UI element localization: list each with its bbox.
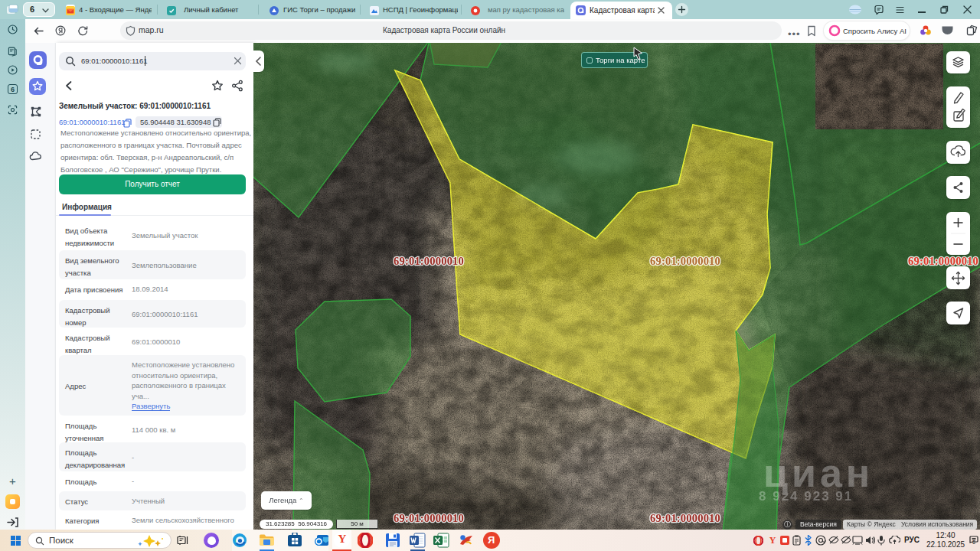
svg-text:69:01:0000010: 69:01:0000010 bbox=[650, 255, 720, 267]
svg-text:69:01:0000010: 69:01:0000010 bbox=[394, 512, 464, 524]
svg-text:69:01:0000010: 69:01:0000010 bbox=[650, 512, 720, 524]
svg-text:69:01:0000010: 69:01:0000010 bbox=[908, 255, 978, 267]
svg-text:8 924 923 91: 8 924 923 91 bbox=[759, 489, 853, 504]
svg-text:69:01:0000010: 69:01:0000010 bbox=[394, 255, 464, 267]
